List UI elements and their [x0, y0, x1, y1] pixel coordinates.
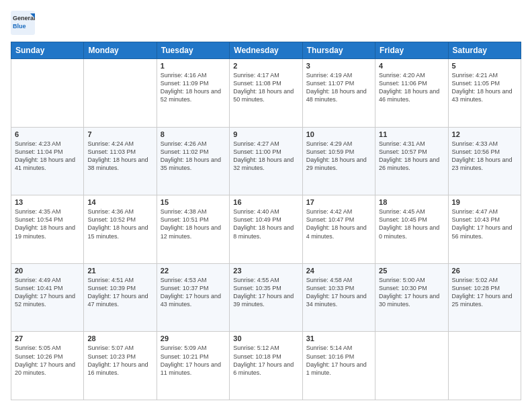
- calendar-week-row: 13Sunrise: 4:35 AM Sunset: 10:54 PM Dayl…: [11, 195, 521, 264]
- day-number: 27: [15, 334, 80, 342]
- day-number: 4: [379, 62, 444, 70]
- day-info: Sunrise: 4:49 AM Sunset: 10:41 PM Daylig…: [15, 276, 80, 309]
- day-number: 3: [306, 62, 371, 70]
- calendar-cell: 29Sunrise: 5:09 AM Sunset: 10:21 PM Dayl…: [157, 332, 229, 400]
- calendar-week-row: 27Sunrise: 5:05 AM Sunset: 10:26 PM Dayl…: [11, 332, 521, 400]
- day-number: 13: [15, 198, 80, 206]
- day-info: Sunrise: 5:09 AM Sunset: 10:21 PM Daylig…: [161, 344, 226, 377]
- calendar-cell: 8Sunrise: 4:26 AM Sunset: 11:02 PM Dayli…: [157, 127, 229, 195]
- day-info: Sunrise: 4:26 AM Sunset: 11:02 PM Daylig…: [161, 140, 226, 173]
- calendar-cell: 10Sunrise: 4:29 AM Sunset: 10:59 PM Dayl…: [302, 127, 375, 195]
- calendar-cell: 11Sunrise: 4:31 AM Sunset: 10:57 PM Dayl…: [375, 127, 448, 195]
- day-info: Sunrise: 5:14 AM Sunset: 10:16 PM Daylig…: [306, 344, 371, 377]
- day-info: Sunrise: 5:00 AM Sunset: 10:30 PM Daylig…: [379, 276, 444, 309]
- day-info: Sunrise: 5:12 AM Sunset: 10:18 PM Daylig…: [233, 344, 298, 377]
- day-number: 29: [161, 334, 226, 342]
- calendar-cell: 25Sunrise: 5:00 AM Sunset: 10:30 PM Dayl…: [375, 263, 448, 332]
- weekday-header-row: SundayMondayTuesdayWednesdayThursdayFrid…: [11, 42, 521, 59]
- day-number: 1: [161, 62, 226, 70]
- calendar-cell: 15Sunrise: 4:38 AM Sunset: 10:51 PM Dayl…: [157, 195, 229, 264]
- calendar-cell: 9Sunrise: 4:27 AM Sunset: 11:00 PM Dayli…: [230, 127, 302, 195]
- weekday-header-thursday: Thursday: [302, 42, 375, 59]
- day-info: Sunrise: 4:27 AM Sunset: 11:00 PM Daylig…: [233, 140, 298, 173]
- calendar-cell: 23Sunrise: 4:55 AM Sunset: 10:35 PM Dayl…: [230, 263, 302, 332]
- day-number: 14: [87, 198, 152, 206]
- day-number: 7: [87, 130, 152, 138]
- day-number: 18: [379, 198, 444, 206]
- calendar-cell: 24Sunrise: 4:58 AM Sunset: 10:33 PM Dayl…: [302, 263, 375, 332]
- calendar-cell: 12Sunrise: 4:33 AM Sunset: 10:56 PM Dayl…: [448, 127, 521, 195]
- calendar-cell: 6Sunrise: 4:23 AM Sunset: 11:04 PM Dayli…: [11, 127, 84, 195]
- calendar-cell: 22Sunrise: 4:53 AM Sunset: 10:37 PM Dayl…: [157, 263, 229, 332]
- calendar-cell: 21Sunrise: 4:51 AM Sunset: 10:39 PM Dayl…: [84, 263, 157, 332]
- day-number: 26: [452, 267, 517, 275]
- day-info: Sunrise: 4:16 AM Sunset: 11:09 PM Daylig…: [161, 71, 226, 104]
- day-info: Sunrise: 4:45 AM Sunset: 10:45 PM Daylig…: [379, 208, 444, 240]
- calendar-cell: [375, 332, 448, 400]
- day-number: 16: [233, 198, 298, 206]
- day-number: 25: [379, 267, 444, 275]
- day-info: Sunrise: 4:51 AM Sunset: 10:39 PM Daylig…: [87, 276, 152, 309]
- calendar-cell: 30Sunrise: 5:12 AM Sunset: 10:18 PM Dayl…: [230, 332, 302, 400]
- day-info: Sunrise: 4:42 AM Sunset: 10:47 PM Daylig…: [306, 208, 371, 240]
- calendar-cell: 7Sunrise: 4:24 AM Sunset: 11:03 PM Dayli…: [84, 127, 157, 195]
- weekday-header-friday: Friday: [375, 42, 448, 59]
- day-number: 19: [452, 198, 517, 206]
- day-info: Sunrise: 4:47 AM Sunset: 10:43 PM Daylig…: [452, 208, 517, 240]
- day-info: Sunrise: 4:17 AM Sunset: 11:08 PM Daylig…: [233, 71, 298, 104]
- calendar-cell: 5Sunrise: 4:21 AM Sunset: 11:05 PM Dayli…: [448, 59, 521, 128]
- calendar-cell: [84, 59, 157, 128]
- calendar-cell: 16Sunrise: 4:40 AM Sunset: 10:49 PM Dayl…: [230, 195, 302, 264]
- day-number: 8: [161, 130, 226, 138]
- day-number: 12: [452, 130, 517, 138]
- day-info: Sunrise: 4:33 AM Sunset: 10:56 PM Daylig…: [452, 140, 517, 173]
- calendar-cell: 4Sunrise: 4:20 AM Sunset: 11:06 PM Dayli…: [375, 59, 448, 128]
- calendar-cell: 2Sunrise: 4:17 AM Sunset: 11:08 PM Dayli…: [230, 59, 302, 128]
- svg-text:Blue: Blue: [13, 23, 26, 30]
- calendar-cell: 26Sunrise: 5:02 AM Sunset: 10:28 PM Dayl…: [448, 263, 521, 332]
- calendar-cell: 17Sunrise: 4:42 AM Sunset: 10:47 PM Dayl…: [302, 195, 375, 264]
- day-info: Sunrise: 5:05 AM Sunset: 10:26 PM Daylig…: [15, 344, 80, 377]
- weekday-header-monday: Monday: [84, 42, 157, 59]
- day-info: Sunrise: 4:38 AM Sunset: 10:51 PM Daylig…: [161, 208, 226, 240]
- day-info: Sunrise: 4:23 AM Sunset: 11:04 PM Daylig…: [15, 140, 80, 173]
- page-header: General Blue: [11, 11, 521, 35]
- calendar-week-row: 6Sunrise: 4:23 AM Sunset: 11:04 PM Dayli…: [11, 127, 521, 195]
- calendar-cell: 19Sunrise: 4:47 AM Sunset: 10:43 PM Dayl…: [448, 195, 521, 264]
- calendar-cell: 31Sunrise: 5:14 AM Sunset: 10:16 PM Dayl…: [302, 332, 375, 400]
- day-number: 22: [161, 267, 226, 275]
- logo: General Blue: [11, 11, 35, 35]
- day-number: 17: [306, 198, 371, 206]
- calendar-cell: 20Sunrise: 4:49 AM Sunset: 10:41 PM Dayl…: [11, 263, 84, 332]
- calendar-cell: [11, 59, 84, 128]
- day-info: Sunrise: 4:21 AM Sunset: 11:05 PM Daylig…: [452, 71, 517, 104]
- day-number: 20: [15, 267, 80, 275]
- calendar-table: SundayMondayTuesdayWednesdayThursdayFrid…: [11, 42, 521, 400]
- day-info: Sunrise: 4:29 AM Sunset: 10:59 PM Daylig…: [306, 140, 371, 173]
- day-info: Sunrise: 4:19 AM Sunset: 11:07 PM Daylig…: [306, 71, 371, 104]
- day-number: 15: [161, 198, 226, 206]
- day-number: 9: [233, 130, 298, 138]
- weekday-header-saturday: Saturday: [448, 42, 521, 59]
- weekday-header-wednesday: Wednesday: [230, 42, 302, 59]
- calendar-cell: 27Sunrise: 5:05 AM Sunset: 10:26 PM Dayl…: [11, 332, 84, 400]
- day-info: Sunrise: 4:55 AM Sunset: 10:35 PM Daylig…: [233, 276, 298, 309]
- day-info: Sunrise: 4:20 AM Sunset: 11:06 PM Daylig…: [379, 71, 444, 104]
- day-info: Sunrise: 5:07 AM Sunset: 10:23 PM Daylig…: [87, 344, 152, 377]
- day-info: Sunrise: 4:24 AM Sunset: 11:03 PM Daylig…: [87, 140, 152, 173]
- weekday-header-tuesday: Tuesday: [157, 42, 229, 59]
- day-info: Sunrise: 4:53 AM Sunset: 10:37 PM Daylig…: [161, 276, 226, 309]
- day-info: Sunrise: 4:31 AM Sunset: 10:57 PM Daylig…: [379, 140, 444, 173]
- day-info: Sunrise: 4:58 AM Sunset: 10:33 PM Daylig…: [306, 276, 371, 309]
- day-info: Sunrise: 5:02 AM Sunset: 10:28 PM Daylig…: [452, 276, 517, 309]
- day-number: 5: [452, 62, 517, 70]
- day-number: 10: [306, 130, 371, 138]
- day-number: 28: [87, 334, 152, 342]
- calendar-cell: 14Sunrise: 4:36 AM Sunset: 10:52 PM Dayl…: [84, 195, 157, 264]
- day-number: 23: [233, 267, 298, 275]
- calendar-cell: 3Sunrise: 4:19 AM Sunset: 11:07 PM Dayli…: [302, 59, 375, 128]
- calendar-cell: 18Sunrise: 4:45 AM Sunset: 10:45 PM Dayl…: [375, 195, 448, 264]
- day-number: 11: [379, 130, 444, 138]
- svg-text:General: General: [13, 15, 35, 21]
- calendar-cell: 13Sunrise: 4:35 AM Sunset: 10:54 PM Dayl…: [11, 195, 84, 264]
